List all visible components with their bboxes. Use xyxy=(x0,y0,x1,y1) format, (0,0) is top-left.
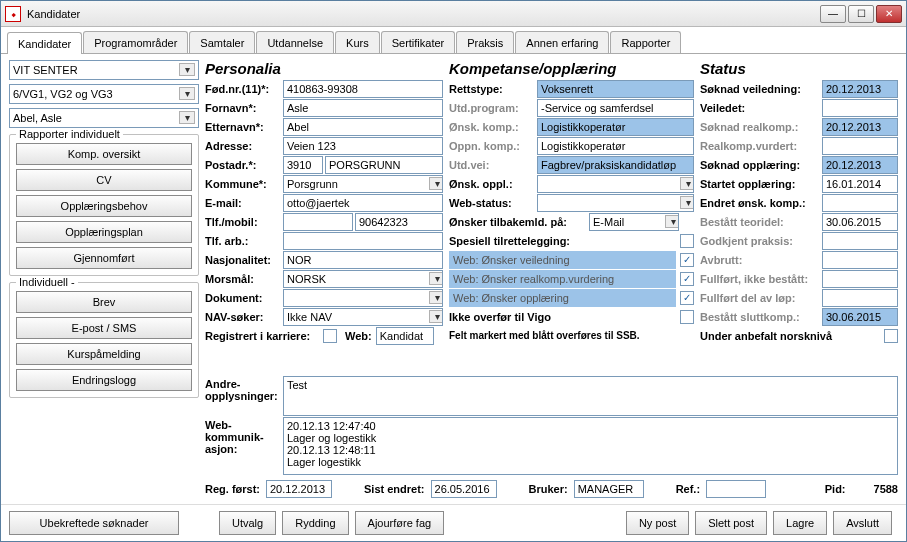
rapporter-btn-oppl-ringsplan[interactable]: Opplæringsplan xyxy=(16,221,192,243)
tab-sertifikater[interactable]: Sertifikater xyxy=(381,31,456,53)
individ-btn-kursp-melding[interactable]: Kurspåmelding xyxy=(16,343,192,365)
ubekreftede-button[interactable]: Ubekreftede søknader xyxy=(9,511,179,535)
webkom-label: Web- kommunik- asjon: xyxy=(205,417,283,475)
web-wish-checkbox[interactable]: ✓ xyxy=(680,272,694,286)
mobil-field[interactable]: 90642323 xyxy=(355,213,443,231)
web-field[interactable]: Kandidat xyxy=(376,327,434,345)
andre-textarea[interactable]: Test xyxy=(283,376,898,416)
status-field[interactable] xyxy=(822,194,898,212)
status-field[interactable]: 16.01.2014 xyxy=(822,175,898,193)
status-field[interactable]: 20.12.2013 xyxy=(822,118,898,136)
status-field[interactable]: 30.06.2015 xyxy=(822,213,898,231)
tlf-field[interactable] xyxy=(283,213,353,231)
personalia-field[interactable]: NOR xyxy=(283,251,443,269)
individ-btn-brev[interactable]: Brev xyxy=(16,291,192,313)
reg-forst-field[interactable]: 20.12.2013 xyxy=(266,480,332,498)
status-field[interactable] xyxy=(822,232,898,250)
footer-avslutt[interactable]: Avslutt xyxy=(833,511,892,535)
status-field[interactable]: 30.06.2015 xyxy=(822,308,898,326)
rapporter-btn-gjennomf-rt[interactable]: Gjennomført xyxy=(16,247,192,269)
person-select[interactable]: Abel, Asle xyxy=(9,108,199,128)
footer-utvalg[interactable]: Utvalg xyxy=(219,511,276,535)
footer-slett-post[interactable]: Slett post xyxy=(695,511,767,535)
personalia-label: Kommune*: xyxy=(205,178,283,190)
tab-praksis[interactable]: Praksis xyxy=(456,31,514,53)
personalia-label: Fød.nr.(11)*: xyxy=(205,83,283,95)
maximize-button[interactable]: ☐ xyxy=(848,5,874,23)
personalia-label: Tlf./mobil: xyxy=(205,216,283,228)
footer-ajourf-re-fag[interactable]: Ajourføre fag xyxy=(355,511,445,535)
web-wish-checkbox[interactable]: ✓ xyxy=(680,253,694,267)
tab-rapporter[interactable]: Rapporter xyxy=(610,31,681,53)
bruker-label: Bruker: xyxy=(529,483,568,495)
tab-kandidater[interactable]: Kandidater xyxy=(7,32,82,54)
kompetanse-field[interactable] xyxy=(537,194,694,212)
personalia-label: Morsmål: xyxy=(205,273,283,285)
personalia-field[interactable]: Ikke NAV xyxy=(283,308,443,326)
kompetanse-label: Ønsk. oppl.: xyxy=(449,178,537,190)
status-field[interactable] xyxy=(822,137,898,155)
tab-programområder[interactable]: Programområder xyxy=(83,31,188,53)
kompetanse-label: Ønsk. komp.: xyxy=(449,121,537,133)
kompetanse-field[interactable]: Fagbrev/praksiskandidatløp xyxy=(537,156,694,174)
status-label: Bestått sluttkomp.: xyxy=(700,311,822,323)
poststed-field[interactable]: PORSGRUNN xyxy=(325,156,443,174)
footer-lagre[interactable]: Lagre xyxy=(773,511,827,535)
status-label: Søknad opplæring: xyxy=(700,159,822,171)
app-icon: ⬥ xyxy=(5,6,21,22)
senter-select[interactable]: VIT SENTER xyxy=(9,60,199,80)
rapporter-btn-cv[interactable]: CV xyxy=(16,169,192,191)
individ-btn-e-post-sms[interactable]: E-post / SMS xyxy=(16,317,192,339)
ref-label: Ref.: xyxy=(676,483,700,495)
personalia-field[interactable] xyxy=(283,232,443,250)
window-title: Kandidater xyxy=(27,8,820,20)
tab-samtaler[interactable]: Samtaler xyxy=(189,31,255,53)
footer-ny-post[interactable]: Ny post xyxy=(626,511,689,535)
personalia-field[interactable]: otto@jaertek xyxy=(283,194,443,212)
tab-annen-erfaring[interactable]: Annen erfaring xyxy=(515,31,609,53)
footer-rydding[interactable]: Rydding xyxy=(282,511,348,535)
personalia-field[interactable] xyxy=(283,289,443,307)
status-field[interactable]: 20.12.2013 xyxy=(822,80,898,98)
vigo-label: Ikke overfør til Vigo xyxy=(449,311,680,323)
tab-utdannelse[interactable]: Utdannelse xyxy=(256,31,334,53)
individuell-group-title: Individuell - xyxy=(16,276,78,288)
personalia-field[interactable]: Abel xyxy=(283,118,443,136)
postnr-field[interactable]: 3910 xyxy=(283,156,323,174)
kompetanse-field[interactable]: -Service og samferdsel xyxy=(537,99,694,117)
status-field[interactable] xyxy=(822,289,898,307)
status-field[interactable] xyxy=(822,99,898,117)
rapporter-btn-komp-oversikt[interactable]: Komp. oversikt xyxy=(16,143,192,165)
individ-btn-endringslogg[interactable]: Endringslogg xyxy=(16,369,192,391)
ref-field[interactable] xyxy=(706,480,766,498)
tilbake-select[interactable]: E-Mail xyxy=(589,213,679,231)
webkom-textarea[interactable]: 20.12.13 12:47:40 Lager og logestikk 20.… xyxy=(283,417,898,475)
close-button[interactable]: ✕ xyxy=(876,5,902,23)
kompetanse-label: Utd.program: xyxy=(449,102,537,114)
status-field[interactable] xyxy=(822,270,898,288)
personalia-field[interactable]: Asle xyxy=(283,99,443,117)
personalia-heading: Personalia xyxy=(205,60,443,77)
rapporter-btn-oppl-ringsbehov[interactable]: Opplæringsbehov xyxy=(16,195,192,217)
web-wish-checkbox[interactable]: ✓ xyxy=(680,291,694,305)
norsk-checkbox[interactable] xyxy=(884,329,898,343)
tab-kurs[interactable]: Kurs xyxy=(335,31,380,53)
registrert-checkbox[interactable] xyxy=(323,329,337,343)
personalia-field[interactable]: NORSK xyxy=(283,270,443,288)
minimize-button[interactable]: — xyxy=(820,5,846,23)
kompetanse-field[interactable]: Logistikkoperatør xyxy=(537,137,694,155)
personalia-field[interactable]: Porsgrunn xyxy=(283,175,443,193)
personalia-field[interactable]: 410863-99308 xyxy=(283,80,443,98)
bruker-field[interactable]: MANAGER xyxy=(574,480,644,498)
vigo-checkbox[interactable] xyxy=(680,310,694,324)
level-select[interactable]: 6/VG1, VG2 og VG3 xyxy=(9,84,199,104)
tab-bar: KandidaterProgramområderSamtalerUtdannel… xyxy=(1,27,906,54)
status-field[interactable]: 20.12.2013 xyxy=(822,156,898,174)
kompetanse-field[interactable]: Voksenrett xyxy=(537,80,694,98)
sist-endret-field[interactable]: 26.05.2016 xyxy=(431,480,497,498)
kompetanse-field[interactable] xyxy=(537,175,694,193)
spesiell-checkbox[interactable] xyxy=(680,234,694,248)
kompetanse-field[interactable]: Logistikkoperatør xyxy=(537,118,694,136)
status-field[interactable] xyxy=(822,251,898,269)
personalia-field[interactable]: Veien 123 xyxy=(283,137,443,155)
